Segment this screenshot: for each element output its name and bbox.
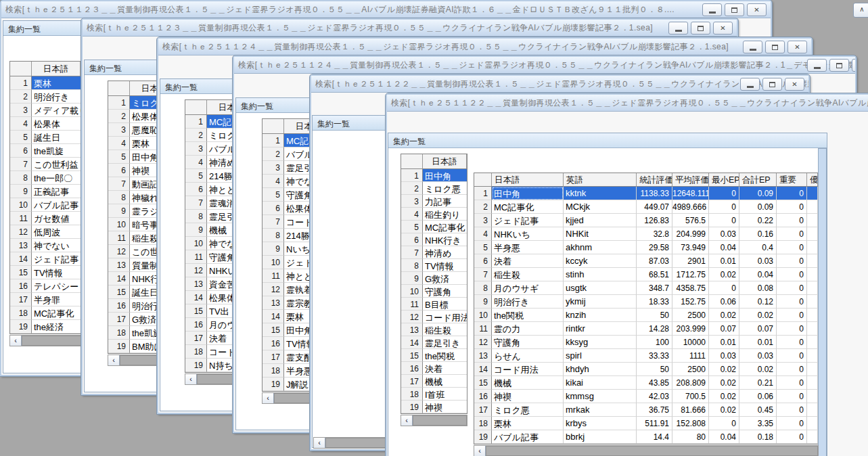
list-row[interactable]: 8TV情報 [401,259,467,272]
table-row[interactable]: 7稲生殺stinh68.511712.750.020.040 [474,268,818,281]
column-header-english[interactable]: 英語 [564,173,637,186]
table-row[interactable]: 12守護角kksyg100100000.010.010 [474,336,818,349]
list-row[interactable]: 17機械 [401,375,467,388]
list-row[interactable]: 15TV情報 [10,266,81,279]
list-row[interactable]: 8the一郎〇 [10,171,81,185]
list-row[interactable]: 3力記事 [401,195,467,208]
table-row[interactable]: 16神禊kmmsg42.03700.50.020.060 [474,390,818,403]
list-row[interactable]: 11B目標 [401,298,467,311]
list-row[interactable]: 9G救済 [401,272,467,285]
scroll-left-arrow-icon[interactable]: ‹ [262,393,274,403]
list-row[interactable]: 5MC記事化 [401,221,467,233]
list-row[interactable]: 6NHK行き [401,233,467,246]
table-row[interactable]: 10the関税knzih5025000.020.020 [474,309,818,322]
maximize-button[interactable] [829,59,849,72]
scroll-left-arrow-icon[interactable]: ‹ [401,415,413,426]
list-row[interactable]: 16テレパシー [10,279,81,293]
column-header-japanese[interactable]: 日本語 [492,173,564,186]
list-row[interactable]: 7この世利益 [10,158,81,171]
list-row[interactable]: 1栗林 [10,76,81,90]
titlebar[interactable]: 検索[ｔｈｅ２５１１２４＿＿質量制御再現公表１．５＿＿ジェド霊界ラジオ再現０．５… [158,39,811,55]
table-row[interactable]: 6決着kccyk87.0329010.010.030 [474,254,818,268]
scrollbar-thumb[interactable] [413,415,467,426]
list-row[interactable]: 18MC記事化 [10,306,81,320]
horizontal-scrollbar[interactable]: ‹ [401,415,467,426]
list-row[interactable]: 7神清め [401,246,467,259]
vertical-scrollbar[interactable] [818,148,827,456]
list-row[interactable]: 19the経済 [10,320,81,334]
table-row[interactable]: 3ジェド記事kjjed126.83576.500.220 [474,214,818,227]
table-row[interactable]: 13らせんspirl33.3311110.030.030 [474,349,818,363]
list-row[interactable]: 10守護角 [401,285,467,298]
titlebar[interactable]: 検索[ｔｈｅ２５１１２２＿＿質量制御再現公表１．５＿＿ジェド霊界ラジオ再現０．５… [387,95,868,112]
minimize-button[interactable] [740,78,760,91]
list-row[interactable]: 2ミロク悪 [401,182,467,195]
table-row[interactable]: 8月のウサギusgtk348.74358.7500.080 [474,281,818,295]
summary-panel-titlebar[interactable]: 集約一覧 [388,133,827,148]
table-row[interactable]: 5半身悪akhnm29.5873.9490.040.40 [474,241,818,254]
list-row[interactable]: 14霊足引き [401,336,467,349]
table-row[interactable]: 19バブル記事bbrkj14.4800.040.180 [474,430,818,444]
table-row[interactable]: 11霊の力rintkr14.28203.9990.070.070 [474,322,818,336]
column-header-stat[interactable]: 優 [807,173,818,186]
column-header-stat[interactable]: 平均評価 [672,173,709,186]
minimize-button[interactable] [807,59,827,72]
list-row[interactable]: 3メディア載り [10,104,81,117]
close-button[interactable]: ✕ [713,22,733,35]
horizontal-scrollbar[interactable]: ‹ [474,445,819,456]
list-row[interactable]: 5誕生日 [10,131,81,144]
list-row[interactable]: 9正義記事 [10,185,81,198]
scroll-up-arrow-icon[interactable]: ∧ [853,3,868,18]
scroll-left-arrow-icon[interactable]: ‹ [108,355,120,365]
maximize-button[interactable] [725,3,744,16]
column-header-stat[interactable]: 統計評価 [637,173,672,186]
scroll-left-arrow-icon[interactable]: ‹ [185,374,197,384]
maximize-button[interactable] [765,41,785,53]
table-row[interactable]: 4NHKいちNHKit32.8204.9990.030.160 [474,227,818,241]
table-row[interactable]: 15機械kikai43.85208.8090.020.210 [474,376,818,390]
close-button[interactable]: ✕ [747,3,767,16]
scroll-left-arrow-icon[interactable]: ‹ [474,446,486,456]
table-row[interactable]: 9明治行きykmij18.33152.750.060.120 [474,295,818,309]
column-header-japanese[interactable]: 日本語 [423,154,467,168]
maximize-button[interactable] [762,78,782,91]
table-row[interactable]: 18栗林krbys511.91152.80803.350 [474,417,818,430]
horizontal-scrollbar[interactable]: ‹ [9,335,82,346]
list-row[interactable]: 2明治行き [10,90,81,104]
close-button[interactable]: ✕ [852,59,855,72]
list-row[interactable]: 10バブル記事 [10,198,81,212]
maximize-button[interactable] [691,22,710,35]
close-button[interactable]: ✕ [785,78,804,91]
titlebar[interactable]: 検索[ｔｈｅ２５１１２４＿＿質量制御再現公表１．５＿＿ジェド霊界ラジオ再現０．５… [234,57,855,74]
minimize-button[interactable] [743,41,762,53]
list-row[interactable]: 17半身罪 [10,293,81,306]
titlebar[interactable]: 検索[ｔｈｅ２５１１２３＿＿質量制御再現公表１．５＿＿ジェド霊界ラジオ再現０．５… [83,20,737,37]
table-row[interactable]: 14コード用法khdyh5025000.020.020 [474,363,818,376]
list-row[interactable]: 13神でない [10,239,81,252]
titlebar[interactable]: 検索[ｔｈｅ２５１１２２＿＿質量制御再現公表１．５＿＿ジェド霊界ラジオ再現０．５… [311,76,808,93]
list-row[interactable]: 18I首班 [401,388,467,401]
scroll-left-arrow-icon[interactable]: ‹ [314,438,325,448]
scroll-left-arrow-icon[interactable]: ‹ [10,336,22,346]
column-header-stat[interactable]: 重要 [777,173,807,186]
list-row[interactable]: 6the凱旋 [10,144,81,158]
scrollbar-thumb[interactable] [22,336,81,346]
scrollbar-thumb[interactable] [486,446,818,456]
column-header-japanese[interactable]: 日本語 [32,62,81,76]
list-row[interactable]: 4稲生釣り [401,208,467,221]
list-row[interactable]: 12低周波 [10,225,81,239]
list-row[interactable]: 12コード用法 [401,311,467,323]
column-header-stat[interactable]: 最小EP [709,173,739,186]
column-header-stat[interactable]: 合計EP [739,173,777,186]
list-row[interactable]: 14ジェド記事 [10,252,81,266]
minimize-button[interactable] [702,3,722,16]
list-row[interactable]: 13稲生殺 [401,323,467,336]
list-row[interactable]: 19神禊 [401,401,467,413]
close-button[interactable]: ✕ [787,41,807,53]
table-row[interactable]: 2MC記事化MCkjk449.074989.66600.090 [474,200,818,214]
table-row[interactable]: 1田中角kktnk1138.3312648.11100.090 [474,187,818,200]
titlebar[interactable]: 検索[ｔｈｅ２５１１２３＿＿質量制御再現公表１．５＿＿ジェド霊界ラジオ再現０．５… [1,1,771,18]
list-row[interactable]: 11ガセ数値 [10,212,81,225]
list-row[interactable]: 16決着 [401,362,467,375]
list-row[interactable]: 15the関税 [401,349,467,362]
